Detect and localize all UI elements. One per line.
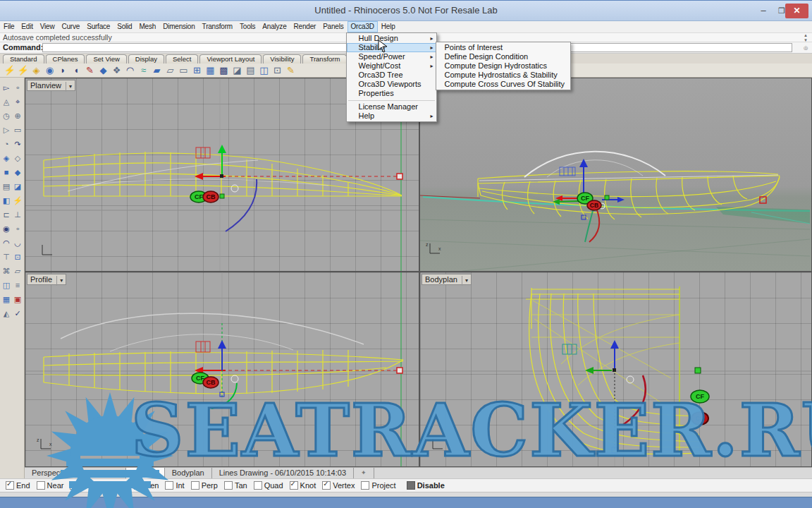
sidebar-tool-icon[interactable]: ∘ <box>12 222 23 236</box>
checkbox-icon[interactable] <box>191 481 199 490</box>
viewport-tab[interactable]: ✦ <box>354 468 374 478</box>
sidebar-tool-icon[interactable]: ◉ <box>1 222 12 236</box>
toolbar-icon[interactable]: ▩ <box>217 64 230 77</box>
toolbar-tab[interactable]: Visibility <box>263 54 301 64</box>
orca3d-menu-item[interactable] <box>348 98 435 101</box>
toolbar-icon[interactable]: ⊡ <box>271 64 284 77</box>
menu-item[interactable]: Edit <box>18 21 36 32</box>
viewport-tab[interactable]: Profile <box>126 468 165 478</box>
sidebar-tool-icon[interactable]: ⊏ <box>1 207 12 222</box>
checkbox-icon[interactable] <box>134 481 142 490</box>
sidebar-tool-icon[interactable]: ⊤ <box>1 250 12 264</box>
osnap-toggle[interactable]: Point <box>70 481 98 490</box>
toolbar-icon[interactable]: ▤ <box>244 64 257 77</box>
orca3d-menu-item[interactable]: Stability <box>347 43 436 52</box>
menu-item[interactable]: Surface <box>83 21 113 32</box>
checkbox-icon[interactable] <box>290 481 298 490</box>
sidebar-tool-icon[interactable]: ◇ <box>12 151 23 165</box>
spinner-icon[interactable]: ◎ <box>801 45 811 50</box>
sidebar-tool-icon[interactable]: ≡ <box>12 278 23 292</box>
sidebar-tool-icon[interactable]: ✓ <box>12 306 23 320</box>
stability-submenu-item[interactable]: Compute Cross Curves Of Stability <box>436 80 570 89</box>
sidebar-tool-icon[interactable]: ◧ <box>1 193 12 207</box>
menu-item[interactable]: Transform <box>199 21 236 32</box>
toolbar-icon[interactable]: ▭ <box>177 64 190 77</box>
viewport-dropdown-icon[interactable] <box>56 276 63 286</box>
menu-item[interactable]: Render <box>290 21 320 32</box>
viewport-tab[interactable]: Bodyplan <box>165 468 212 478</box>
toolbar-tab[interactable]: Viewport Layout <box>199 54 262 64</box>
toolbar-tab[interactable]: CPlanes <box>46 54 85 64</box>
sidebar-tool-icon[interactable]: ◆ <box>12 165 23 179</box>
orca3d-menu-item[interactable]: Properties <box>347 89 436 98</box>
toolbar-icon[interactable]: ⚡ <box>16 64 30 77</box>
osnap-toggle[interactable]: Tan <box>224 481 247 490</box>
sidebar-tool-icon[interactable]: ⊡ <box>12 250 23 264</box>
toolbar-icon[interactable]: ⚡ <box>3 64 16 77</box>
osnap-toggle[interactable]: Knot <box>290 481 316 490</box>
toolbar-icon[interactable]: ⊞ <box>190 64 204 77</box>
disable-toggle-icon[interactable] <box>407 481 415 490</box>
scroll-up-icon[interactable]: ▴ <box>801 32 811 37</box>
toolbar-icon[interactable]: ◆ <box>97 64 110 77</box>
toolbar-icon[interactable]: ▱ <box>164 64 177 77</box>
viewport-tab[interactable]: Planview <box>80 468 125 478</box>
toolbar-icon[interactable]: ✎ <box>83 64 97 77</box>
sidebar-tool-icon[interactable]: ▤ <box>1 179 12 193</box>
toolbar-icon[interactable]: ≈ <box>137 64 150 77</box>
menu-item[interactable]: Tools <box>236 21 259 32</box>
menu-item[interactable]: Dimension <box>159 21 198 32</box>
orca3d-menu-item[interactable]: Hull Design <box>347 34 436 43</box>
menu-item[interactable]: Curve <box>58 21 83 32</box>
checkbox-icon[interactable] <box>70 481 78 490</box>
toolbar-icon[interactable]: ▰ <box>150 64 164 77</box>
planview-viewport-title[interactable]: Planview <box>27 80 75 91</box>
profile-viewport-title[interactable]: Profile <box>27 274 66 285</box>
checkbox-icon[interactable] <box>37 481 45 490</box>
sidebar-tool-icon[interactable]: ◷ <box>1 109 12 123</box>
sidebar-tool-icon[interactable]: ▷ <box>1 123 12 137</box>
checkbox-icon[interactable] <box>224 481 233 490</box>
menu-item[interactable]: Mesh <box>135 21 159 32</box>
sidebar-tool-icon[interactable]: ◪ <box>12 179 23 193</box>
stability-submenu-item[interactable]: Define Design Condition <box>436 52 570 61</box>
menu-item[interactable]: Orca3D Hull Design Stability Speed/Power… <box>347 21 378 32</box>
sidebar-tool-icon[interactable]: ⚡ <box>12 193 23 207</box>
toolbar-icon[interactable]: ◠ <box>123 64 137 77</box>
stability-submenu-item[interactable]: Compute Hydrostatics & Stability <box>436 71 570 80</box>
menu-item[interactable]: Analyze <box>259 21 290 32</box>
sidebar-tool-icon[interactable]: ◠ <box>1 236 12 250</box>
sidebar-tool-icon[interactable]: ◡ <box>12 236 23 250</box>
viewport-dropdown-icon[interactable] <box>66 82 72 92</box>
viewport-tab[interactable]: Lines Drawing - 06/10/2015 10:14:03 <box>212 468 354 478</box>
toolbar-icon[interactable]: ◗ <box>56 64 70 77</box>
stability-submenu-item[interactable]: Points of Interest <box>436 43 570 52</box>
toolbar-tab[interactable]: Transform <box>302 54 347 64</box>
osnap-toggle[interactable]: Quad <box>254 481 283 490</box>
osnap-toggle[interactable]: Near <box>37 481 64 490</box>
viewport-perspective[interactable]: CF CB z x <box>419 78 812 272</box>
checkbox-icon[interactable] <box>105 481 113 490</box>
orca3d-menu-item[interactable]: Orca3D Tree <box>347 71 436 80</box>
menu-item[interactable]: Help <box>378 21 399 32</box>
sidebar-tool-icon[interactable]: ▦ <box>1 292 12 306</box>
osnap-toggle[interactable]: Cen <box>134 481 159 490</box>
menu-item[interactable]: Solid <box>113 21 135 32</box>
orca3d-menu-item[interactable]: Help <box>347 111 436 121</box>
orca3d-menu-item[interactable]: Speed/Power <box>347 52 436 61</box>
checkbox-icon[interactable] <box>254 481 262 490</box>
osnap-toggle[interactable]: Project <box>361 481 395 490</box>
orca3d-menu-item[interactable]: Orca3D Viewports <box>347 80 436 89</box>
sidebar-tool-icon[interactable]: ∘ <box>12 80 23 95</box>
close-button[interactable]: ✕ <box>785 4 808 18</box>
toolbar-icon[interactable]: ◫ <box>257 64 271 77</box>
viewport-tab[interactable]: Perspective <box>25 468 80 478</box>
scroll-down-icon[interactable]: ▾ <box>801 37 811 42</box>
toolbar-tab[interactable]: Set View <box>86 54 126 64</box>
toolbar-tab[interactable]: Standard <box>3 54 44 64</box>
toolbar-icon[interactable]: ◪ <box>230 64 244 77</box>
sidebar-tool-icon[interactable]: ◔ <box>1 137 12 151</box>
toolbar-icon[interactable]: ◈ <box>30 64 43 77</box>
checkbox-icon[interactable] <box>322 481 331 490</box>
toolbar-icon[interactable]: ✎ <box>284 64 297 77</box>
